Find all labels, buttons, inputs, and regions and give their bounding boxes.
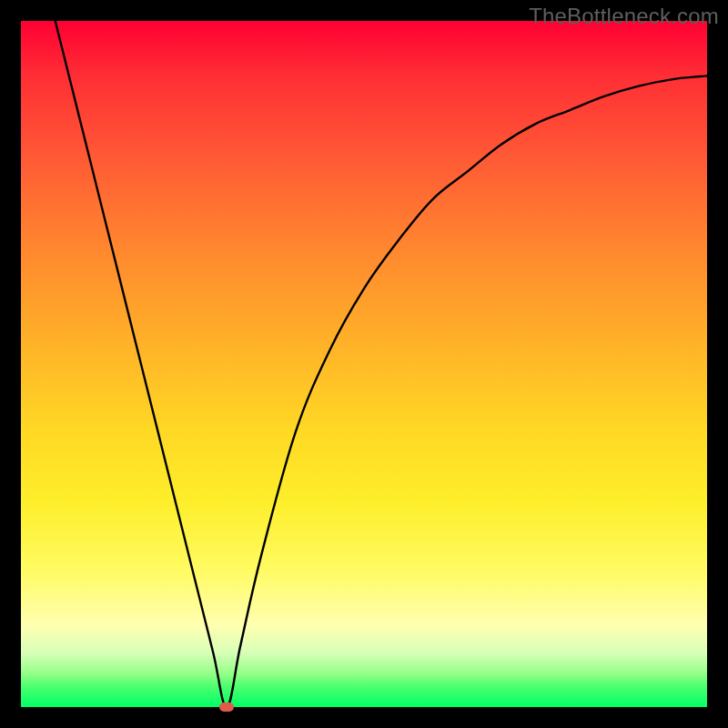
plot-area bbox=[21, 21, 707, 707]
curve-svg bbox=[21, 21, 707, 707]
bottleneck-curve-path bbox=[56, 21, 707, 707]
minimum-marker bbox=[219, 703, 234, 712]
chart-frame: TheBottleneck.com bbox=[0, 0, 728, 728]
